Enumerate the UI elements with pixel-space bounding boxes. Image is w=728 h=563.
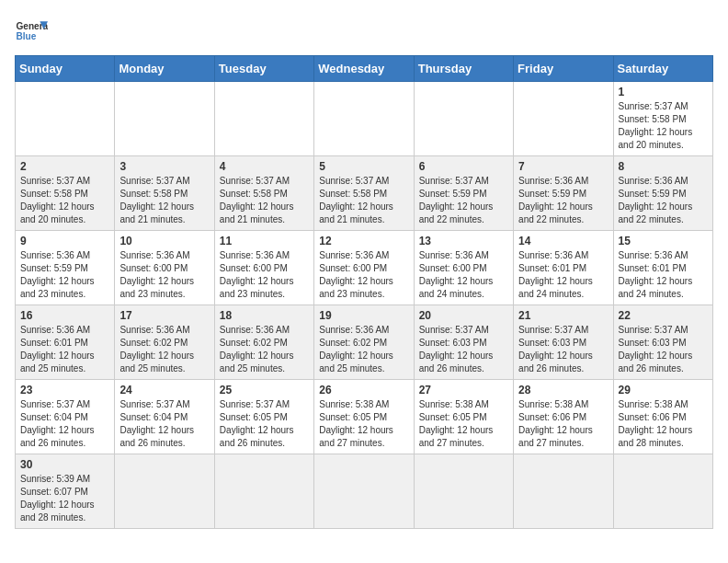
day-number: 23 [20,384,109,396]
calendar-week-row: 16Sunrise: 5:36 AM Sunset: 6:01 PM Dayli… [16,305,713,380]
page-header: General Blue [15,15,713,48]
day-number: 30 [20,458,109,471]
weekday-header-thursday: Thursday [414,56,513,82]
calendar-cell [115,82,214,156]
day-number: 8 [619,160,708,173]
weekday-header-tuesday: Tuesday [214,56,313,82]
calendar-cell [613,454,712,529]
calendar-cell [115,454,214,529]
calendar-cell: 22Sunrise: 5:37 AM Sunset: 6:03 PM Dayli… [613,305,712,380]
day-number: 24 [119,384,209,396]
cell-info: Sunrise: 5:37 AM Sunset: 6:03 PM Dayligh… [619,324,708,375]
cell-info: Sunrise: 5:38 AM Sunset: 6:05 PM Dayligh… [419,398,508,450]
calendar-cell [414,454,513,529]
weekday-header-friday: Friday [514,56,613,82]
calendar-cell: 10Sunrise: 5:36 AM Sunset: 6:00 PM Dayli… [115,231,214,305]
calendar-cell [214,454,313,529]
calendar-cell: 27Sunrise: 5:38 AM Sunset: 6:05 PM Dayli… [414,380,513,454]
cell-info: Sunrise: 5:37 AM Sunset: 5:59 PM Dayligh… [419,175,508,226]
calendar-cell [514,454,613,529]
cell-info: Sunrise: 5:39 AM Sunset: 6:07 PM Dayligh… [20,473,109,524]
calendar-cell: 12Sunrise: 5:36 AM Sunset: 6:00 PM Dayli… [314,231,414,305]
calendar-cell [414,82,513,156]
day-number: 26 [319,384,408,396]
cell-info: Sunrise: 5:38 AM Sunset: 6:05 PM Dayligh… [319,398,408,450]
cell-info: Sunrise: 5:37 AM Sunset: 6:05 PM Dayligh… [220,398,309,450]
day-number: 29 [619,384,708,396]
cell-info: Sunrise: 5:36 AM Sunset: 6:00 PM Dayligh… [319,249,408,301]
day-number: 19 [319,309,408,322]
calendar-cell: 23Sunrise: 5:37 AM Sunset: 6:04 PM Dayli… [16,380,115,454]
cell-info: Sunrise: 5:36 AM Sunset: 6:01 PM Dayligh… [20,324,109,375]
calendar-cell: 30Sunrise: 5:39 AM Sunset: 6:07 PM Dayli… [16,454,115,529]
calendar-cell: 15Sunrise: 5:36 AM Sunset: 6:01 PM Dayli… [613,231,712,305]
cell-info: Sunrise: 5:36 AM Sunset: 5:59 PM Dayligh… [518,175,608,226]
day-number: 18 [220,309,309,322]
calendar-cell: 13Sunrise: 5:36 AM Sunset: 6:00 PM Dayli… [414,231,513,305]
calendar-cell: 19Sunrise: 5:36 AM Sunset: 6:02 PM Dayli… [314,305,414,380]
calendar-cell: 28Sunrise: 5:38 AM Sunset: 6:06 PM Dayli… [514,380,613,454]
day-number: 3 [119,160,209,173]
day-number: 5 [319,160,408,173]
day-number: 1 [619,86,708,98]
weekday-header-monday: Monday [115,56,214,82]
cell-info: Sunrise: 5:37 AM Sunset: 5:58 PM Dayligh… [619,100,708,152]
calendar-cell: 25Sunrise: 5:37 AM Sunset: 6:05 PM Dayli… [214,380,313,454]
calendar-cell: 21Sunrise: 5:37 AM Sunset: 6:03 PM Dayli… [514,305,613,380]
calendar-cell: 16Sunrise: 5:36 AM Sunset: 6:01 PM Dayli… [16,305,115,380]
calendar-cell [514,82,613,156]
cell-info: Sunrise: 5:36 AM Sunset: 6:00 PM Dayligh… [419,249,508,301]
calendar-cell: 4Sunrise: 5:37 AM Sunset: 5:58 PM Daylig… [214,156,313,231]
calendar-cell: 14Sunrise: 5:36 AM Sunset: 6:01 PM Dayli… [514,231,613,305]
cell-info: Sunrise: 5:37 AM Sunset: 5:58 PM Dayligh… [119,175,209,226]
day-number: 6 [419,160,508,173]
calendar-cell [214,82,313,156]
calendar-week-row: 1Sunrise: 5:37 AM Sunset: 5:58 PM Daylig… [16,82,713,156]
weekday-header-saturday: Saturday [613,56,712,82]
day-number: 14 [518,235,608,247]
calendar-cell: 1Sunrise: 5:37 AM Sunset: 5:58 PM Daylig… [613,82,712,156]
cell-info: Sunrise: 5:36 AM Sunset: 5:59 PM Dayligh… [619,175,708,226]
cell-info: Sunrise: 5:38 AM Sunset: 6:06 PM Dayligh… [619,398,708,450]
day-number: 13 [419,235,508,247]
calendar-cell [314,82,414,156]
calendar-cell: 8Sunrise: 5:36 AM Sunset: 5:59 PM Daylig… [613,156,712,231]
day-number: 22 [619,309,708,322]
day-number: 2 [20,160,109,173]
calendar-cell: 5Sunrise: 5:37 AM Sunset: 5:58 PM Daylig… [314,156,414,231]
cell-info: Sunrise: 5:37 AM Sunset: 6:03 PM Dayligh… [419,324,508,375]
calendar-cell: 11Sunrise: 5:36 AM Sunset: 6:00 PM Dayli… [214,231,313,305]
cell-info: Sunrise: 5:37 AM Sunset: 5:58 PM Dayligh… [20,175,109,226]
cell-info: Sunrise: 5:36 AM Sunset: 5:59 PM Dayligh… [20,249,109,301]
cell-info: Sunrise: 5:36 AM Sunset: 6:02 PM Dayligh… [319,324,408,375]
calendar-cell: 20Sunrise: 5:37 AM Sunset: 6:03 PM Dayli… [414,305,513,380]
day-number: 17 [119,309,209,322]
day-number: 4 [220,160,309,173]
logo-icon: General Blue [15,15,48,48]
cell-info: Sunrise: 5:36 AM Sunset: 6:01 PM Dayligh… [619,249,708,301]
calendar-cell: 18Sunrise: 5:36 AM Sunset: 6:02 PM Dayli… [214,305,313,380]
weekday-header-sunday: Sunday [16,56,115,82]
logo: General Blue [15,15,48,48]
day-number: 21 [518,309,608,322]
day-number: 28 [518,384,608,396]
cell-info: Sunrise: 5:37 AM Sunset: 6:03 PM Dayligh… [518,324,608,375]
calendar-cell: 26Sunrise: 5:38 AM Sunset: 6:05 PM Dayli… [314,380,414,454]
weekday-header-wednesday: Wednesday [314,56,414,82]
calendar-cell: 3Sunrise: 5:37 AM Sunset: 5:58 PM Daylig… [115,156,214,231]
cell-info: Sunrise: 5:36 AM Sunset: 6:02 PM Dayligh… [119,324,209,375]
calendar-cell: 24Sunrise: 5:37 AM Sunset: 6:04 PM Dayli… [115,380,214,454]
day-number: 9 [20,235,109,247]
cell-info: Sunrise: 5:37 AM Sunset: 5:58 PM Dayligh… [319,175,408,226]
day-number: 11 [220,235,309,247]
day-number: 12 [319,235,408,247]
calendar-cell: 17Sunrise: 5:36 AM Sunset: 6:02 PM Dayli… [115,305,214,380]
calendar-cell [16,82,115,156]
calendar-week-row: 9Sunrise: 5:36 AM Sunset: 5:59 PM Daylig… [16,231,713,305]
cell-info: Sunrise: 5:36 AM Sunset: 6:02 PM Dayligh… [220,324,309,375]
calendar-week-row: 23Sunrise: 5:37 AM Sunset: 6:04 PM Dayli… [16,380,713,454]
cell-info: Sunrise: 5:38 AM Sunset: 6:06 PM Dayligh… [518,398,608,450]
cell-info: Sunrise: 5:36 AM Sunset: 6:00 PM Dayligh… [220,249,309,301]
day-number: 10 [119,235,209,247]
svg-text:Blue: Blue [16,31,36,41]
